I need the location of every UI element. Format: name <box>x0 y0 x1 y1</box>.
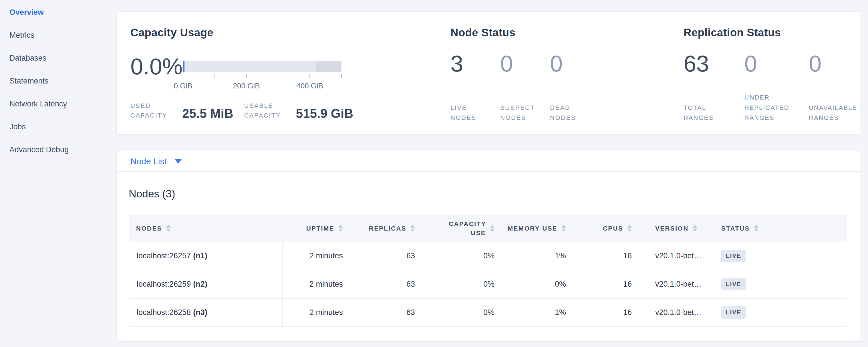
column-header-status[interactable]: STATUS <box>719 215 847 242</box>
live-nodes-metric: 3 LIVE NODES <box>451 52 487 123</box>
uptime-cell: 2 minutes <box>283 242 346 270</box>
uptime-cell: 2 minutes <box>283 270 346 298</box>
table-row[interactable]: localhost:26258(n3) 2 minutes 63 0% 1% 1… <box>129 298 847 327</box>
node-status-metrics: 3 LIVE NODES 0 SUSPECT NODES 0 DEAD NODE… <box>451 52 586 123</box>
metric-label: LIVE NODES <box>451 103 487 123</box>
column-header-memory-use[interactable]: MEMORY USE <box>498 215 569 242</box>
node-list-dropdown[interactable]: Node List <box>130 151 182 171</box>
under-replicated-ranges-metric: 0 UNDER-REPLICATED RANGES <box>744 52 796 123</box>
nodes-heading: Nodes (3) <box>129 188 175 200</box>
cluster-summary-card: Capacity Usage 0.0% 0 GiB200 GiB400 GiB … <box>116 11 861 134</box>
sort-icon[interactable] <box>166 225 171 232</box>
status-badge: LIVE <box>721 306 746 319</box>
version-cell: v20.1.0-bet… <box>635 242 719 270</box>
table-row[interactable]: localhost:26257(n1) 2 minutes 63 0% 1% 1… <box>129 242 847 270</box>
node-address: localhost:26259 <box>137 280 191 288</box>
sidebar-item-overview[interactable]: Overview <box>9 8 44 17</box>
gauge-tick-label: 0 GiB <box>174 82 192 90</box>
node-address-cell[interactable]: localhost:26259(n2) <box>129 270 283 298</box>
caret-down-icon <box>175 159 182 164</box>
column-header-version[interactable]: VERSION <box>635 215 719 242</box>
gauge-tick <box>215 74 215 78</box>
table-row[interactable]: localhost:26259(n2) 2 minutes 63 0% 0% 1… <box>129 270 847 298</box>
node-status-title: Node Status <box>451 27 515 39</box>
used-capacity-label: USED CAPACITY <box>130 101 175 120</box>
node-id: (n3) <box>193 308 207 317</box>
cpus-cell: 16 <box>569 298 635 327</box>
capacity-gauge-axis: 0 GiB200 GiB400 GiB <box>183 74 341 94</box>
sidebar-item-databases[interactable]: Databases <box>9 54 46 63</box>
capacity-percent: 0.0% <box>130 55 183 78</box>
metric-label: UNDER-REPLICATED RANGES <box>744 92 796 123</box>
column-header-nodes[interactable]: NODES <box>129 215 283 242</box>
uptime-cell: 2 minutes <box>283 298 346 327</box>
sort-icon[interactable] <box>561 225 566 232</box>
memory-use-cell: 1% <box>498 242 569 270</box>
column-header-cpus[interactable]: CPUS <box>569 215 635 242</box>
used-capacity-value: 25.5 MiB <box>182 107 234 120</box>
sidebar-item-network-latency[interactable]: Network Latency <box>9 99 67 108</box>
sort-icon[interactable] <box>490 225 495 232</box>
total-ranges-metric: 63 TOTAL RANGES <box>684 52 732 123</box>
metric-label: TOTAL RANGES <box>684 103 732 123</box>
gauge-tick <box>341 74 342 78</box>
replicas-cell: 63 <box>346 242 418 270</box>
status-badge: LIVE <box>721 250 746 262</box>
sort-icon[interactable] <box>410 225 415 232</box>
nodes-table: NODES UPTIME REPLICAS CAPACITY USE MEMOR… <box>129 215 847 327</box>
usable-capacity-label: USABLE CAPACITY <box>244 101 288 120</box>
version-cell: v20.1.0-bet… <box>635 270 719 298</box>
version-cell: v20.1.0-bet… <box>635 298 719 327</box>
capacity-gauge <box>183 61 341 72</box>
gauge-tick <box>246 74 247 78</box>
memory-use-cell: 0% <box>498 270 569 298</box>
node-address-cell[interactable]: localhost:26257(n1) <box>129 242 283 270</box>
suspect-nodes-metric: 0 SUSPECT NODES <box>500 52 536 123</box>
metric-value: 3 <box>451 52 487 75</box>
sidebar-item-advanced-debug[interactable]: Advanced Debug <box>9 145 69 154</box>
sort-icon[interactable] <box>627 225 632 232</box>
capacity-gauge-other-segment <box>316 61 341 72</box>
capacity-use-cell: 0% <box>418 298 498 327</box>
gauge-tick-label: 400 GiB <box>296 82 323 90</box>
metric-value: 0 <box>809 52 861 75</box>
status-badge: LIVE <box>721 278 746 290</box>
metric-value: 0 <box>744 52 796 75</box>
replicas-cell: 63 <box>346 298 418 327</box>
node-list-card: Node List Nodes (3) NODES UPTIME REPLICA… <box>116 151 861 342</box>
view-selector-row: Node List <box>117 151 861 172</box>
status-cell: LIVE <box>719 242 847 270</box>
node-address: localhost:26257 <box>137 251 191 260</box>
capacity-gauge-used-segment <box>183 61 184 72</box>
replication-status-metrics: 63 TOTAL RANGES 0 UNDER-REPLICATED RANGE… <box>684 52 861 123</box>
usable-capacity-stat: USABLE CAPACITY 515.9 GiB <box>244 101 353 120</box>
sidebar-item-jobs[interactable]: Jobs <box>9 122 26 131</box>
column-header-capacity-use[interactable]: CAPACITY USE <box>418 215 498 242</box>
status-cell: LIVE <box>719 298 847 327</box>
sort-icon[interactable] <box>338 225 343 232</box>
capacity-stats: USED CAPACITY 25.5 MiB USABLE CAPACITY 5… <box>130 101 353 120</box>
table-header-row: NODES UPTIME REPLICAS CAPACITY USE MEMOR… <box>129 215 847 242</box>
replicas-cell: 63 <box>346 270 418 298</box>
node-id: (n2) <box>193 280 207 288</box>
metric-value: 0 <box>500 52 536 75</box>
sidebar: Overview Metrics Databases Statements Ne… <box>0 0 116 347</box>
metric-label: SUSPECT NODES <box>500 103 536 123</box>
usable-capacity-value: 515.9 GiB <box>296 107 353 120</box>
cpus-cell: 16 <box>569 270 635 298</box>
column-header-uptime[interactable]: UPTIME <box>283 215 346 242</box>
node-id: (n1) <box>193 251 207 260</box>
metric-value: 0 <box>550 52 586 75</box>
used-capacity-stat: USED CAPACITY 25.5 MiB <box>130 101 234 120</box>
sidebar-item-statements[interactable]: Statements <box>9 76 49 86</box>
memory-use-cell: 1% <box>498 298 569 327</box>
node-list-dropdown-label: Node List <box>130 156 167 166</box>
capacity-use-cell: 0% <box>418 270 498 298</box>
sort-icon[interactable] <box>693 225 697 232</box>
node-address-cell[interactable]: localhost:26258(n3) <box>129 298 283 327</box>
column-header-replicas[interactable]: REPLICAS <box>346 215 418 242</box>
sort-icon[interactable] <box>754 225 758 232</box>
sidebar-item-metrics[interactable]: Metrics <box>9 31 34 40</box>
gauge-tick-label: 200 GiB <box>233 82 260 90</box>
metric-label: DEAD NODES <box>550 103 586 123</box>
